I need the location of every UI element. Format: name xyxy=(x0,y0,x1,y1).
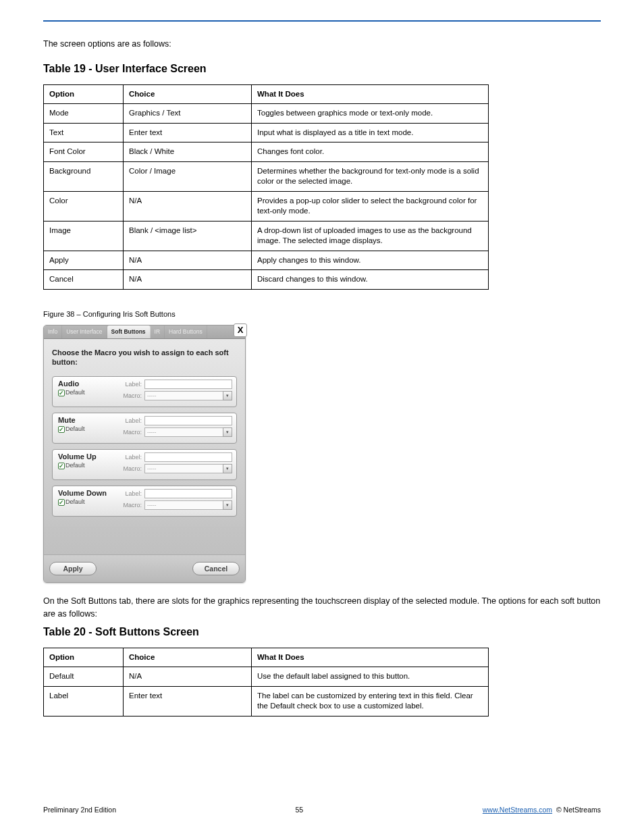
table-row: ColorN/AProvides a pop-up color slider t… xyxy=(44,191,489,221)
page-footer: Preliminary 2nd Edition 55 www.NetStream… xyxy=(43,806,601,814)
soft-button-name: Volume Up xyxy=(58,452,120,461)
table-row: ApplyN/AApply changes to this window. xyxy=(44,251,489,270)
footer-page: 55 xyxy=(296,806,304,814)
soft-buttons-dialog: X InfoUser InterfaceSoft ButtonsIRHard B… xyxy=(43,325,246,583)
label-caption: Label: xyxy=(120,381,144,388)
table-cell: Image xyxy=(44,221,124,251)
table-cell: Provides a pop-up color slider to select… xyxy=(252,191,489,221)
chevron-down-icon[interactable]: ▾ xyxy=(223,427,232,437)
macro-value: ----- xyxy=(144,464,223,473)
table-cell: Apply changes to this window. xyxy=(252,251,489,270)
intro-text: The screen options are as follows: xyxy=(43,38,601,51)
post-figure-text: On the Soft Buttons tab, there are slots… xyxy=(43,595,601,621)
table19-heading: Table 19 - User Interface Screen xyxy=(43,63,601,75)
th-choice: Choice xyxy=(124,648,252,667)
soft-button-row: Volume Up✓DefaultLabel:Macro:-----▾ xyxy=(52,449,237,480)
table-cell: Enter text xyxy=(124,123,252,142)
th-choice: Choice xyxy=(124,84,252,104)
top-rule xyxy=(43,20,601,22)
table-cell: Enter text xyxy=(124,686,252,716)
label-caption: Label: xyxy=(120,454,144,461)
table-cell: Background xyxy=(44,161,124,191)
dialog-tabs: InfoUser InterfaceSoft ButtonsIRHard But… xyxy=(44,325,245,339)
table-row: LabelEnter textThe label can be customiz… xyxy=(44,686,489,716)
table-20: Option Choice What It Does DefaultN/AUse… xyxy=(43,648,489,716)
table-cell: Use the default label assigned to this b… xyxy=(252,667,489,687)
table-cell: N/A xyxy=(124,251,252,270)
table-row: TextEnter textInput what is displayed as… xyxy=(44,123,489,142)
table-cell: Changes font color. xyxy=(252,142,489,162)
tab-soft-buttons[interactable]: Soft Buttons xyxy=(107,325,151,338)
table-row: ImageBlank / <image list>A drop-down lis… xyxy=(44,221,489,251)
th-what: What It Does xyxy=(252,648,489,667)
macro-value: ----- xyxy=(144,391,223,400)
dialog-prompt: Choose the Macro you wish to assign to e… xyxy=(52,348,237,367)
table-row: DefaultN/AUse the default label assigned… xyxy=(44,667,489,687)
th-option: Option xyxy=(44,648,124,667)
table-cell: Graphics / Text xyxy=(124,104,252,124)
th-option: Option xyxy=(44,84,124,104)
default-checkbox[interactable]: ✓Default xyxy=(58,462,120,469)
table-cell: Label xyxy=(44,686,124,716)
tab-info[interactable]: Info xyxy=(44,325,62,338)
macro-value: ----- xyxy=(144,500,223,510)
soft-button-name: Volume Down xyxy=(58,489,120,497)
table-cell: Input what is displayed as a title in te… xyxy=(252,123,489,142)
table-cell: The label can be customized by entering … xyxy=(252,686,489,716)
soft-button-name: Audio xyxy=(58,380,120,388)
chevron-down-icon[interactable]: ▾ xyxy=(223,391,232,400)
table-cell: Font Color xyxy=(44,142,124,162)
label-caption: Label: xyxy=(120,490,144,497)
cancel-button[interactable]: Cancel xyxy=(192,562,240,575)
tab-ir[interactable]: IR xyxy=(151,325,165,338)
label-input[interactable] xyxy=(144,416,232,425)
table-cell: Cancel xyxy=(44,270,124,290)
table-cell: A drop-down list of uploaded images to u… xyxy=(252,221,489,251)
macro-caption: Macro: xyxy=(120,392,144,399)
table-header-row: Option Choice What It Does xyxy=(44,648,489,667)
table-row: Font ColorBlack / WhiteChanges font colo… xyxy=(44,142,489,162)
footer-company: NetStreams xyxy=(564,806,601,814)
figure-caption: Figure 38 – Configuring Iris Soft Button… xyxy=(43,310,601,318)
table20-heading: Table 20 - Soft Buttons Screen xyxy=(43,626,601,638)
chevron-down-icon[interactable]: ▾ xyxy=(223,500,232,510)
table-cell: N/A xyxy=(124,270,252,290)
default-checkbox[interactable]: ✓Default xyxy=(58,389,120,396)
table-cell: Color xyxy=(44,191,124,221)
label-input[interactable] xyxy=(144,452,232,462)
table-header-row: Option Choice What It Does xyxy=(44,84,489,104)
tab-hard-buttons[interactable]: Hard Buttons xyxy=(165,325,207,338)
table-row: BackgroundColor / ImageDetermines whethe… xyxy=(44,161,489,191)
soft-button-row: Audio✓DefaultLabel:Macro:-----▾ xyxy=(52,376,237,407)
table-row: ModeGraphics / TextToggles between graph… xyxy=(44,104,489,124)
table-cell: Black / White xyxy=(124,142,252,162)
table-cell: Text xyxy=(44,123,124,142)
table-cell: Blank / <image list> xyxy=(124,221,252,251)
macro-caption: Macro: xyxy=(120,465,144,472)
label-input[interactable] xyxy=(144,489,232,498)
macro-caption: Macro: xyxy=(120,429,144,436)
soft-button-name: Mute xyxy=(58,416,120,424)
macro-caption: Macro: xyxy=(120,502,144,509)
tab-user-interface[interactable]: User Interface xyxy=(62,325,107,338)
table-row: CancelN/ADiscard changes to this window. xyxy=(44,270,489,290)
apply-button[interactable]: Apply xyxy=(49,562,97,575)
close-icon[interactable]: X xyxy=(234,323,247,337)
table-cell: Toggles between graphics mode or text-on… xyxy=(252,104,489,124)
label-caption: Label: xyxy=(120,417,144,424)
soft-button-row: Volume Down✓DefaultLabel:Macro:-----▾ xyxy=(52,486,237,517)
chevron-down-icon[interactable]: ▾ xyxy=(223,464,232,473)
table-cell: Apply xyxy=(44,251,124,270)
table-cell: Discard changes to this window. xyxy=(252,270,489,290)
footer-link[interactable]: www.NetStreams.com xyxy=(483,806,552,814)
footer-edition: Preliminary 2nd Edition xyxy=(43,806,116,814)
table-cell: N/A xyxy=(124,191,252,221)
table-cell: Determines whether the background for te… xyxy=(252,161,489,191)
default-checkbox[interactable]: ✓Default xyxy=(58,425,120,433)
macro-value: ----- xyxy=(144,427,223,437)
default-checkbox[interactable]: ✓Default xyxy=(58,498,120,506)
label-input[interactable] xyxy=(144,380,232,389)
table-cell: N/A xyxy=(124,667,252,687)
table-cell: Color / Image xyxy=(124,161,252,191)
table-19: Option Choice What It Does ModeGraphics … xyxy=(43,84,489,290)
